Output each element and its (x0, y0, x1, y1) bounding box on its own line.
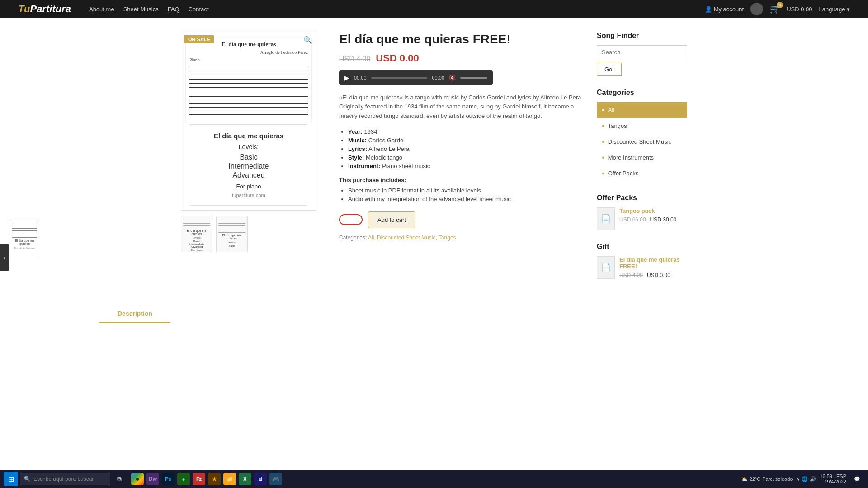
song-finder-go-button[interactable]: Go! (597, 63, 622, 76)
on-sale-badge: ON SALE (184, 35, 214, 43)
category-discounted[interactable]: Discounted Sheet Music (377, 235, 435, 241)
zoom-icon[interactable]: 🔍 (303, 36, 312, 44)
free-download-button[interactable] (339, 214, 363, 225)
style-value: Melodic tango (366, 154, 402, 161)
detail-lyrics: Lyrics: Alfredo Le Pera (348, 145, 583, 152)
year-value: 1934 (364, 128, 377, 135)
category-all[interactable]: All (368, 235, 374, 241)
category-discounted-item[interactable]: Discounted Sheet Music (597, 134, 687, 150)
info-card-advanced: Advanced (198, 171, 300, 179)
sidebar: Song Finder Go! Categories All Tangos Di… (597, 32, 687, 291)
detail-instrument: Instrument: Piano sheet music (348, 163, 583, 169)
info-card-for-piano: For piano (198, 183, 300, 190)
info-card-basic: Basic (198, 153, 300, 161)
song-finder-input[interactable] (597, 45, 687, 59)
purchase-includes-label: This purchase includes: (339, 177, 583, 183)
side-thumbnail: El día que me quieras For violin & piano (10, 220, 39, 258)
sheet-music-preview: El día que me quieras Arreglo de Federic… (185, 37, 312, 122)
description-tab[interactable]: Description (99, 305, 170, 323)
lyrics-label: Lyrics: (348, 145, 367, 152)
sale-price: USD 0.00 (376, 52, 419, 64)
cart-icon[interactable]: 🛒 0 (770, 4, 780, 14)
chevron-down-icon: ▾ (847, 6, 850, 13)
product-info: El día que me quieras FREE! USD 4.00 USD… (339, 32, 583, 291)
top-navigation: TuPartitura About me Sheet Musics FAQ Co… (0, 0, 868, 18)
play-button[interactable]: ▶ (344, 74, 349, 81)
instrument-value: Piano sheet music (382, 163, 430, 169)
category-all-item[interactable]: All (597, 102, 687, 118)
current-time: 00:00 (354, 75, 367, 80)
cart-price: USD 0.00 (787, 6, 812, 13)
categories-line: Categories: All, Discounted Sheet Music,… (339, 235, 583, 241)
gift-details: El día que me quieras FREE! USD 4.00 USD… (619, 256, 687, 278)
categories-title: Categories (597, 89, 687, 97)
nav-sheet-musics[interactable]: Sheet Musics (123, 6, 159, 13)
gift-item: 📄 El día que me quieras FREE! USD 4.00 U… (597, 256, 687, 279)
offer-details: Tangos pack USD 66.00 USD 30.00 (619, 207, 676, 223)
offer-thumb-icon: 📄 (597, 207, 615, 230)
gift-section: Gift 📄 El día que me quieras FREE! USD 4… (597, 243, 687, 279)
thumbnail-strip: El día que me quieras Levels: BasicInter… (181, 216, 326, 252)
main-container: ON SALE 🔍 El día que me quieras Arreglo … (163, 18, 705, 305)
nav-links: About me Sheet Musics FAQ Contact (89, 6, 705, 13)
lyrics-value: Alfredo Le Pera (368, 145, 409, 152)
offer-name[interactable]: Tangos pack (619, 207, 676, 214)
info-card-levels-label: Levels: (198, 143, 300, 150)
detail-style: Style: Melodic tango (348, 154, 583, 161)
audio-progress-bar[interactable] (371, 77, 428, 79)
gift-original-price: USD 4.00 (619, 272, 643, 278)
song-finder-title: Song Finder (597, 32, 687, 40)
info-card-website: tupartitura.com (198, 192, 300, 198)
music-label: Music: (348, 137, 367, 144)
category-tangos-item[interactable]: Tangos (597, 118, 687, 134)
categories-section: Categories All Tangos Discounted Sheet M… (597, 89, 687, 181)
language-dropdown[interactable]: Language ▾ (819, 6, 850, 13)
offer-item: 📄 Tangos pack USD 66.00 USD 30.00 (597, 207, 687, 230)
includes-list: Sheet music in PDF format in all its ava… (339, 187, 583, 202)
add-to-cart-button[interactable]: Add to cart (368, 211, 415, 228)
category-offer-packs-item[interactable]: Offer Packs (597, 165, 687, 181)
volume-slider[interactable] (460, 77, 487, 79)
style-label: Style: (348, 154, 364, 161)
thumbnail-2[interactable]: El día que me quieras Levels: Basic (216, 216, 248, 252)
side-panel-toggle[interactable]: ‹ (0, 244, 9, 271)
info-card: El día que me quieras Levels: Basic Inte… (190, 124, 307, 206)
offer-packs-section: Offer Packs 📄 Tangos pack USD 66.00 USD … (597, 194, 687, 230)
side-thumb-staff (12, 222, 37, 238)
audio-player: ▶ 00:00 00:00 🔇 (339, 70, 493, 85)
staff-label: Piano (189, 57, 308, 62)
product-details-list: Year: 1934 Music: Carlos Gardel Lyrics: … (339, 128, 583, 169)
product-title: El día que me quieras FREE! (339, 32, 583, 47)
gift-name[interactable]: El día que me quieras FREE! (619, 256, 687, 270)
thumbnail-1[interactable]: El día que me quieras Levels: BasicInter… (181, 216, 212, 252)
nav-faq[interactable]: FAQ (168, 6, 179, 13)
detail-year: Year: 1934 (348, 128, 583, 135)
original-price: USD 4.00 (339, 55, 370, 63)
offer-sale-price: USD 30.00 (650, 216, 677, 223)
instrument-label: Instrument: (348, 163, 381, 169)
info-card-intermediate: Intermediate (198, 162, 300, 170)
info-card-title: El día que me quieras (198, 132, 300, 140)
product-description: «El día que me quieras» is a tango with … (339, 93, 583, 121)
nav-contact[interactable]: Contact (189, 6, 209, 13)
logo-tu: Tu (18, 3, 30, 14)
action-buttons: Add to cart (339, 211, 583, 228)
nav-right: 👤 My account 🛒 0 USD 0.00 Language ▾ (705, 3, 850, 15)
category-tangos[interactable]: Tangos (439, 235, 456, 241)
price-section: USD 4.00 USD 0.00 (339, 52, 583, 64)
year-label: Year: (348, 128, 363, 135)
category-more-instruments-item[interactable]: More Instruments (597, 150, 687, 165)
my-account-link[interactable]: 👤 My account (705, 6, 744, 13)
gift-title: Gift (597, 243, 687, 251)
staff-lines-1 (189, 63, 308, 90)
music-value: Carlos Gardel (368, 137, 405, 144)
site-logo[interactable]: TuPartitura (18, 3, 71, 15)
product-images: ON SALE 🔍 El día que me quieras Arreglo … (181, 32, 326, 291)
offer-original-price: USD 66.00 (619, 216, 646, 223)
mute-button[interactable]: 🔇 (449, 75, 456, 81)
song-finder-section: Song Finder Go! (597, 32, 687, 76)
sheet-subtitle: Arreglo de Federico Pérez (189, 50, 308, 55)
nav-about[interactable]: About me (89, 6, 114, 13)
include-item-1: Sheet music in PDF format in all its ava… (348, 187, 583, 194)
account-icon: 👤 (705, 6, 712, 13)
